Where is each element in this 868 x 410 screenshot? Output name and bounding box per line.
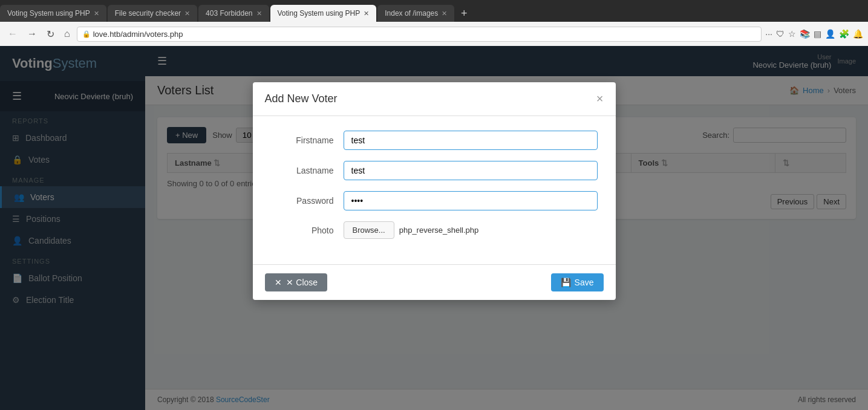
modal-body: Firstname Lastname Password Photo Browse… bbox=[253, 116, 616, 264]
home-button[interactable]: ⌂ bbox=[61, 27, 73, 41]
star-icon[interactable]: ☆ bbox=[788, 29, 796, 39]
modal-header: Add New Voter × bbox=[253, 82, 616, 116]
save-icon: 💾 bbox=[561, 278, 571, 287]
modal-close-x-button[interactable]: × bbox=[596, 92, 604, 106]
password-label: Password bbox=[271, 196, 344, 206]
tab-1-label: Voting System using PHP bbox=[7, 9, 90, 18]
sidebar-icon[interactable]: ▤ bbox=[814, 29, 821, 39]
refresh-button[interactable]: ↻ bbox=[44, 27, 57, 41]
lock-icon: 🔒 bbox=[82, 30, 91, 38]
url-text: love.htb/admin/voters.php bbox=[93, 30, 183, 39]
modal-footer: ✕ ✕ Close 💾 Save bbox=[253, 264, 616, 300]
password-row: Password bbox=[271, 191, 598, 210]
tab-5-label: Index of /images bbox=[385, 9, 438, 18]
tab-2[interactable]: File security checker ✕ bbox=[108, 5, 197, 22]
tab-3-label: 403 Forbidden bbox=[206, 9, 252, 18]
tab-1-close[interactable]: ✕ bbox=[94, 10, 99, 18]
save-label: Save bbox=[575, 278, 594, 287]
firstname-label: Firstname bbox=[271, 135, 344, 145]
back-button[interactable]: ← bbox=[5, 27, 21, 41]
tab-bar: Voting System using PHP ✕ File security … bbox=[0, 0, 868, 22]
new-tab-button[interactable]: + bbox=[455, 5, 472, 22]
bookmarks-icon[interactable]: 📚 bbox=[800, 29, 810, 39]
lastname-label: Lastname bbox=[271, 166, 344, 175]
file-name: php_reverse_shell.php bbox=[399, 226, 479, 235]
extensions-icon[interactable]: 🧩 bbox=[839, 29, 849, 39]
browse-button[interactable]: Browse... bbox=[344, 221, 394, 239]
tab-2-label: File security checker bbox=[115, 9, 181, 18]
tab-3-close[interactable]: ✕ bbox=[256, 10, 262, 18]
shield-icon[interactable]: 🛡 bbox=[776, 29, 785, 39]
tab-3[interactable]: 403 Forbidden ✕ bbox=[198, 5, 269, 22]
tab-5-close[interactable]: ✕ bbox=[442, 10, 447, 18]
close-icon: ✕ bbox=[275, 278, 282, 287]
url-box[interactable]: 🔒 love.htb/admin/voters.php bbox=[77, 27, 762, 42]
lastname-input[interactable] bbox=[344, 161, 598, 180]
save-button[interactable]: 💾 Save bbox=[551, 273, 604, 291]
tab-5[interactable]: Index of /images ✕ bbox=[377, 5, 454, 22]
tab-4-label: Voting System using PHP bbox=[278, 9, 361, 18]
file-input-wrapper: Browse... php_reverse_shell.php bbox=[344, 221, 598, 239]
tab-1[interactable]: Voting System using PHP ✕ bbox=[0, 5, 106, 22]
forward-button[interactable]: → bbox=[24, 27, 40, 41]
tab-2-close[interactable]: ✕ bbox=[184, 10, 190, 18]
photo-row: Photo Browse... php_reverse_shell.php bbox=[271, 221, 598, 239]
notification-icon[interactable]: 🔔 bbox=[853, 29, 863, 39]
tab-4-close[interactable]: ✕ bbox=[364, 10, 369, 18]
firstname-row: Firstname bbox=[271, 131, 598, 150]
add-voter-modal: Add New Voter × Firstname Lastname Passw… bbox=[253, 82, 616, 300]
profile-icon[interactable]: 👤 bbox=[825, 29, 835, 39]
browser-actions: ··· 🛡 ☆ 📚 ▤ 👤 🧩 🔔 bbox=[765, 29, 863, 39]
password-input[interactable] bbox=[344, 191, 598, 210]
firstname-input[interactable] bbox=[344, 131, 598, 150]
close-button[interactable]: ✕ ✕ Close bbox=[265, 273, 328, 291]
more-btn[interactable]: ··· bbox=[765, 29, 772, 39]
address-bar: ← → ↻ ⌂ 🔒 love.htb/admin/voters.php ··· … bbox=[0, 22, 868, 46]
lastname-row: Lastname bbox=[271, 161, 598, 180]
modal-title: Add New Voter bbox=[265, 93, 338, 105]
photo-label: Photo bbox=[271, 226, 344, 235]
tab-4[interactable]: Voting System using PHP ✕ bbox=[270, 5, 377, 22]
modal-overlay: Add New Voter × Firstname Lastname Passw… bbox=[0, 46, 868, 410]
